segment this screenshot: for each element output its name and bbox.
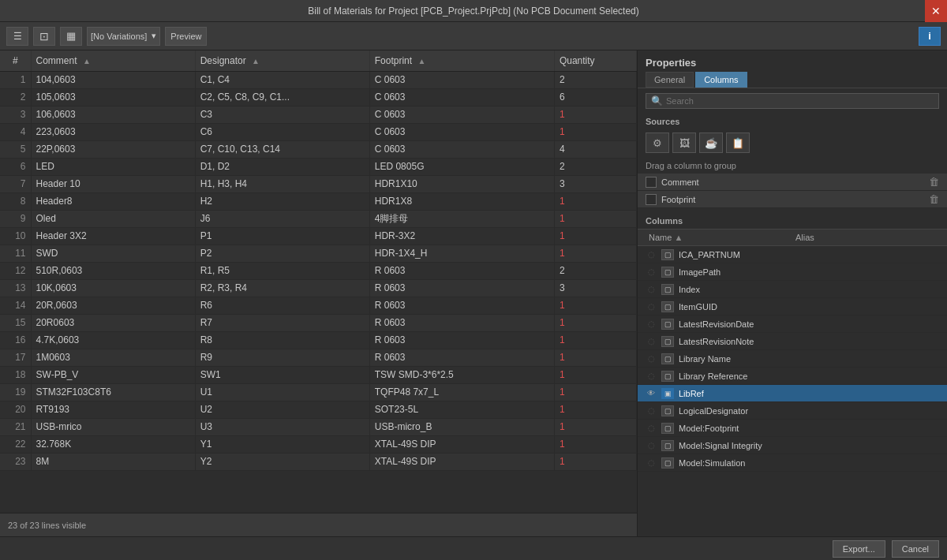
group-item-delete-button[interactable]: 🗑 (929, 176, 939, 188)
column-row[interactable]: ◌▢ICA_PARTNUM (638, 246, 947, 263)
col-header-quantity[interactable]: Quantity (554, 50, 636, 71)
close-button[interactable]: ✕ (925, 0, 947, 22)
tab-general[interactable]: General (646, 72, 694, 88)
cell-num: 1 (0, 71, 31, 88)
col-header-comment[interactable]: Comment ▲ (31, 50, 195, 71)
group-item[interactable]: Comment 🗑 (638, 174, 947, 191)
table-row[interactable]: 171M0603R9R 06031 (0, 349, 637, 366)
export-button[interactable]: Export... (833, 540, 885, 558)
cell-footprint: R 0603 (369, 331, 554, 349)
table-row[interactable]: 18SW-PB_VSW1TSW SMD-3*6*2.51 (0, 366, 637, 383)
table-row[interactable]: 522P,0603C7, C10, C13, C14C 06034 (0, 140, 637, 158)
table-row[interactable]: 1520R0603R7R 06031 (0, 314, 637, 331)
group-item-delete-button[interactable]: 🗑 (929, 193, 939, 205)
column-row[interactable]: ◌▢Library Name (638, 350, 947, 368)
cell-footprint: R 0603 (369, 314, 554, 331)
column-row[interactable]: ◌▢Model:Signal Integrity (638, 437, 947, 454)
hamburger-button[interactable]: ☰ (6, 27, 28, 46)
bom-table-wrapper[interactable]: # Comment ▲ Designator ▲ Footprint ▲ Qua… (0, 50, 637, 513)
table-row[interactable]: 4223,0603C6C 06031 (0, 123, 637, 140)
table-row[interactable]: 19STM32F103C8T6U1TQFP48 7x7_L1 (0, 383, 637, 401)
source-image-button[interactable]: 🖼 (672, 133, 696, 153)
cell-designator: SW1 (195, 366, 369, 383)
source-cup-button[interactable]: ☕ (699, 133, 723, 153)
cell-quantity: 1 (554, 297, 636, 314)
tab-columns[interactable]: Columns (695, 72, 747, 88)
table-row[interactable]: 10Header 3X2P1HDR-3X21 (0, 227, 637, 245)
cell-designator: P1 (195, 227, 369, 245)
col-header-num[interactable]: # (0, 50, 31, 71)
source-gear-button[interactable]: ⚙ (646, 133, 669, 153)
title-bar: Bill of Materials for Project [PCB_Proje… (0, 0, 947, 22)
col-name-label: Model:Footprint (679, 424, 807, 433)
group-item-icon (646, 194, 657, 205)
table-row[interactable]: 7Header 10H1, H3, H4HDR1X103 (0, 175, 637, 192)
column-row[interactable]: ◌▢ItemGUID (638, 298, 947, 315)
cell-quantity: 1 (554, 418, 636, 435)
col-name-label: LogicalDesignator (679, 406, 807, 416)
col-header-footprint[interactable]: Footprint ▲ (369, 50, 554, 71)
group-item-label: Footprint (661, 195, 924, 204)
cell-designator: U3 (195, 418, 369, 435)
table-row[interactable]: 2232.768KY1XTAL-49S DIP1 (0, 435, 637, 453)
table-row[interactable]: 238MY2XTAL-49S DIP1 (0, 453, 637, 470)
table-row[interactable]: 3106,0603C3C 06031 (0, 106, 637, 123)
table-row[interactable]: 6LEDD1, D2LED 0805G2 (0, 158, 637, 175)
cell-footprint: HDR1X8 (369, 192, 554, 210)
column-row[interactable]: ◌▢Index (638, 281, 947, 298)
main-layout: # Comment ▲ Designator ▲ Footprint ▲ Qua… (0, 50, 947, 536)
source-doc-button[interactable]: 📋 (726, 133, 750, 153)
cancel-button[interactable]: Cancel (892, 540, 939, 558)
cell-num: 9 (0, 210, 31, 227)
variations-dropdown[interactable]: [No Variations] ▾ (87, 27, 160, 46)
search-input[interactable] (666, 96, 934, 106)
info-icon: i (928, 30, 931, 42)
table-row[interactable]: 9OledJ64脚排母1 (0, 210, 637, 227)
cell-num: 15 (0, 314, 31, 331)
group-item[interactable]: Footprint 🗑 (638, 191, 947, 208)
cell-num: 4 (0, 123, 31, 140)
column-row[interactable]: ◌▢LogicalDesignator (638, 402, 947, 420)
schematic-button[interactable]: ⊡ (33, 27, 55, 46)
table-row[interactable]: 21USB-mricoU3USB-micro_B1 (0, 418, 637, 435)
table-row[interactable]: 11SWDP2HDR-1X4_H1 (0, 245, 637, 262)
table-row[interactable]: 1310K,0603R2, R3, R4R 06033 (0, 279, 637, 297)
column-row[interactable]: ◌▢Model:Footprint (638, 420, 947, 437)
columns-list[interactable]: ◌▢ICA_PARTNUM◌▢ImagePath◌▢Index◌▢ItemGUI… (638, 246, 947, 536)
table-row[interactable]: 12510R,0603R1, R5R 06032 (0, 262, 637, 279)
cell-comment: Oled (31, 210, 195, 227)
cell-quantity: 4 (554, 140, 636, 158)
search-box[interactable]: 🔍 (646, 93, 939, 109)
info-button[interactable]: i (919, 27, 941, 46)
cell-quantity: 2 (554, 262, 636, 279)
table-row[interactable]: 164.7K,0603R8R 06031 (0, 331, 637, 349)
table-row[interactable]: 1104,0603C1, C4C 06032 (0, 71, 637, 88)
col-visibility-icon: ◌ (646, 405, 657, 416)
preview-button[interactable]: Preview (165, 27, 207, 46)
table-row[interactable]: 8Header8H2HDR1X81 (0, 192, 637, 210)
column-row[interactable]: ◌▢Library Reference (638, 368, 947, 385)
table-row[interactable]: 1420R,0603R6R 06031 (0, 297, 637, 314)
column-row[interactable]: 👁▣LibRef (638, 385, 947, 402)
columns-header: Name ▲ Alias (638, 229, 947, 246)
column-row[interactable]: ◌▢LatestRevisionNote (638, 333, 947, 350)
cell-comment: Header 10 (31, 175, 195, 192)
col-name-label: LatestRevisionNote (679, 337, 807, 346)
column-row[interactable]: ◌▢Model:Simulation (638, 454, 947, 472)
table-row[interactable]: 20RT9193U2SOT23-5L1 (0, 401, 637, 418)
cell-footprint: XTAL-49S DIP (369, 453, 554, 470)
col-visibility-icon: ◌ (646, 457, 657, 469)
cell-num: 17 (0, 349, 31, 366)
table-row[interactable]: 2105,0603C2, C5, C8, C9, C1...C 06036 (0, 88, 637, 106)
column-row[interactable]: ◌▢ImagePath (638, 263, 947, 281)
cell-designator: Y2 (195, 453, 369, 470)
column-row[interactable]: ◌▢LatestRevisionDate (638, 315, 947, 333)
cell-designator: R9 (195, 349, 369, 366)
chart-button[interactable]: ▦ (60, 27, 82, 46)
cell-designator: H2 (195, 192, 369, 210)
cell-footprint: USB-micro_B (369, 418, 554, 435)
group-item-label: Comment (661, 177, 924, 187)
bom-table: # Comment ▲ Designator ▲ Footprint ▲ Qua… (0, 50, 637, 471)
col-header-designator[interactable]: Designator ▲ (195, 50, 369, 71)
dropdown-arrow-icon: ▾ (152, 31, 156, 41)
